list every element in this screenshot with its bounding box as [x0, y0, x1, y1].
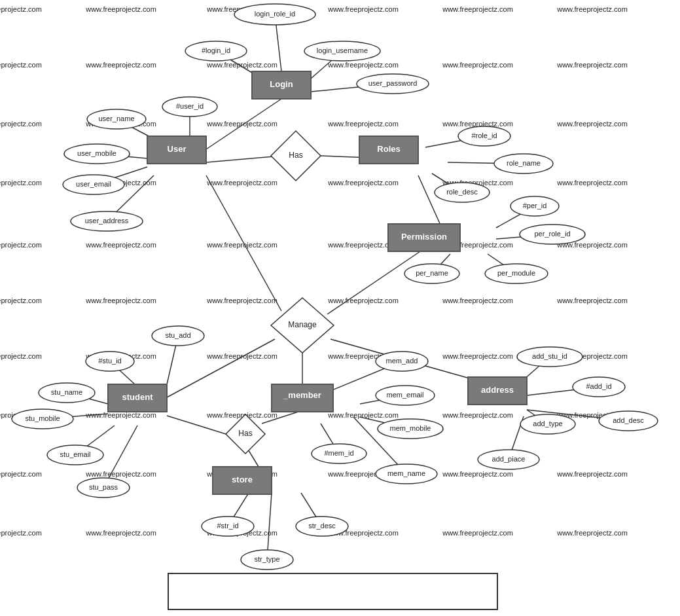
svg-text:www.freeprojectz.com: www.freeprojectz.com [442, 352, 513, 360]
str-id-text: #str_id [217, 522, 238, 530]
svg-text:www.freeprojectz.com: www.freeprojectz.com [442, 411, 513, 419]
svg-text:www.freeprojectz.com: www.freeprojectz.com [85, 61, 156, 69]
per-name-text: per_name [416, 269, 448, 277]
manage-relation-label: Manage [288, 320, 317, 329]
svg-text:www.freeprojectz.com: www.freeprojectz.com [85, 529, 156, 537]
svg-text:www.freeprojectz.com: www.freeprojectz.com [85, 297, 156, 304]
svg-text:www.freeprojectz.com: www.freeprojectz.com [0, 61, 42, 69]
add-type-text: add_type [533, 420, 562, 427]
login-username-text: login_username [317, 46, 368, 54]
svg-text:www.freeprojectz.com: www.freeprojectz.com [206, 297, 277, 304]
svg-text:www.freeprojectz.com: www.freeprojectz.com [442, 5, 513, 13]
user-password-text: user_password [368, 79, 418, 87]
stu-id-text: #stu_id [98, 357, 121, 365]
mem-mobile-text: mem_mobile [390, 424, 431, 432]
role-name-text: role_name [507, 159, 541, 167]
svg-text:www.freeprojectz.com: www.freeprojectz.com [206, 61, 277, 69]
svg-text:www.freeprojectz.com: www.freeprojectz.com [556, 470, 628, 478]
stu-email-text: stu_email [60, 450, 90, 458]
per-module-text: per_module [497, 269, 535, 277]
add-stu-id-text: add_stu_id [532, 352, 567, 360]
student-label: student [122, 392, 154, 402]
svg-text:www.freeprojectz.com: www.freeprojectz.com [0, 241, 42, 249]
svg-text:www.freeprojectz.com: www.freeprojectz.com [442, 61, 513, 69]
svg-text:www.freeprojectz.com: www.freeprojectz.com [85, 5, 156, 13]
svg-line-66 [206, 156, 281, 162]
user-label: User [168, 144, 187, 154]
user-id-text: #user_id [176, 102, 204, 110]
svg-text:www.freeprojectz.com: www.freeprojectz.com [556, 61, 628, 69]
login-id-text: #login_id [202, 46, 230, 54]
svg-text:www.freeprojectz.com: www.freeprojectz.com [0, 297, 42, 304]
per-id-text: #per_id [523, 202, 547, 209]
svg-line-82 [327, 249, 424, 314]
stu-add-text: stu_add [165, 331, 190, 339]
svg-text:www.freeprojectz.com: www.freeprojectz.com [556, 529, 628, 537]
mem-add-text: mem_add [386, 357, 418, 365]
svg-text:www.freeprojectz.com: www.freeprojectz.com [0, 529, 42, 537]
svg-text:www.freeprojectz.com: www.freeprojectz.com [0, 352, 42, 360]
svg-text:www.freeprojectz.com: www.freeprojectz.com [206, 241, 277, 249]
mem-email-text: mem_email [387, 391, 424, 399]
user-name-text: user_name [98, 115, 134, 122]
svg-text:www.freeprojectz.com: www.freeprojectz.com [556, 179, 628, 187]
role-id-text: #role_id [471, 132, 497, 139]
svg-text:www.freeprojectz.com: www.freeprojectz.com [442, 529, 513, 537]
svg-text:www.freeprojectz.com: www.freeprojectz.com [442, 297, 513, 304]
svg-text:www.freeprojectz.com: www.freeprojectz.com [206, 352, 277, 360]
has2-relation-label: Has [238, 429, 252, 438]
mem-id-text: #mem_id [324, 449, 353, 457]
add-piace-text: add_piace [492, 455, 526, 463]
svg-text:www.freeprojectz.com: www.freeprojectz.com [85, 470, 156, 478]
svg-text:www.freeprojectz.com: www.freeprojectz.com [442, 470, 513, 478]
svg-line-83 [167, 339, 275, 397]
caption-text: ER Diagram For Library Inventory System [248, 585, 417, 595]
login-label: Login [270, 79, 293, 89]
has-relation-label: Has [289, 151, 302, 160]
user-email-text: user_email [76, 180, 111, 188]
str-type-text: str_type [254, 555, 279, 563]
svg-text:www.freeprojectz.com: www.freeprojectz.com [0, 470, 42, 478]
user-mobile-text: user_mobile [77, 149, 116, 157]
svg-text:www.freeprojectz.com: www.freeprojectz.com [327, 297, 399, 304]
svg-text:www.freeprojectz.com: www.freeprojectz.com [327, 120, 399, 128]
str-desc-text: str_desc [308, 522, 336, 530]
per-role-id-text: per_role_id [534, 230, 570, 238]
roles-label: Roles [377, 144, 400, 154]
svg-text:www.freeprojectz.com: www.freeprojectz.com [0, 5, 42, 13]
svg-text:www.freeprojectz.com: www.freeprojectz.com [206, 120, 277, 128]
svg-text:www.freeprojectz.com: www.freeprojectz.com [206, 179, 277, 187]
svg-text:www.freeprojectz.com: www.freeprojectz.com [0, 120, 42, 128]
store-label: store [232, 475, 253, 484]
svg-text:www.freeprojectz.com: www.freeprojectz.com [556, 120, 628, 128]
role-desc-text: role_desc [446, 188, 478, 196]
svg-text:www.freeprojectz.com: www.freeprojectz.com [0, 179, 42, 187]
mem-name-text: mem_name [387, 469, 425, 477]
address-label: address [481, 385, 514, 395]
svg-text:www.freeprojectz.com: www.freeprojectz.com [556, 5, 628, 13]
add-id-text: #add_id [586, 382, 611, 390]
user-address-text: user_address [85, 217, 129, 225]
stu-name-text: stu_name [51, 388, 82, 396]
svg-text:www.freeprojectz.com: www.freeprojectz.com [327, 179, 399, 187]
svg-line-76 [418, 175, 442, 228]
login-role-id-text: login_role_id [255, 10, 295, 18]
member-label: _member [283, 390, 321, 400]
stu-mobile-text: stu_mobile [25, 414, 60, 422]
svg-text:www.freeprojectz.com: www.freeprojectz.com [327, 61, 399, 69]
svg-text:www.freeprojectz.com: www.freeprojectz.com [327, 5, 399, 13]
permission-label: Permission [401, 232, 447, 242]
svg-text:www.freeprojectz.com: www.freeprojectz.com [556, 297, 628, 304]
add-desc-text: add_desc [613, 416, 644, 424]
stu-pass-text: stu_pass [89, 483, 118, 491]
svg-text:www.freeprojectz.com: www.freeprojectz.com [85, 241, 156, 249]
